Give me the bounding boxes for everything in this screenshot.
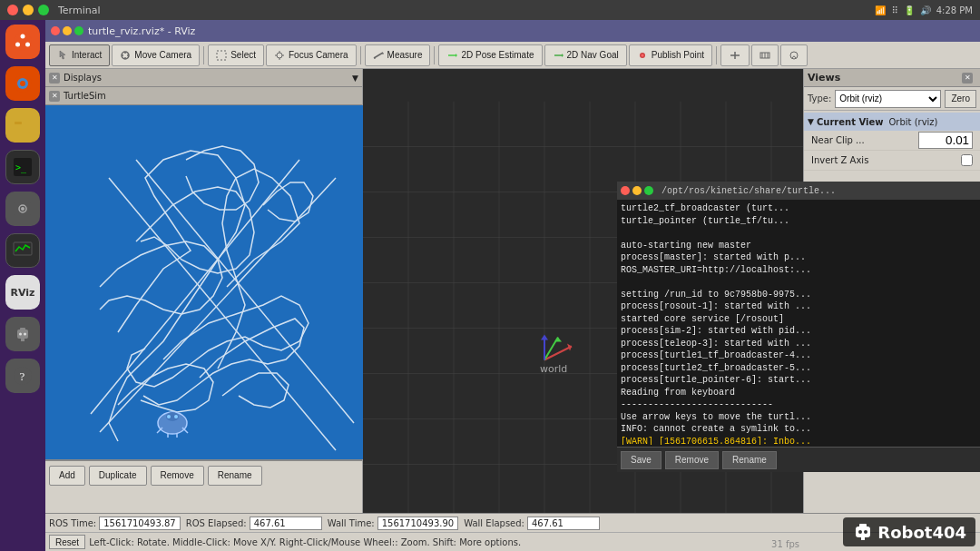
battery-icon: 🔋: [904, 5, 915, 15]
screenshot-icon[interactable]: [5, 192, 40, 226]
term-min[interactable]: [632, 186, 642, 195]
extra-btn-2[interactable]: [751, 44, 779, 66]
focus-camera-button[interactable]: Focus Camera: [266, 44, 357, 66]
svg-point-100: [864, 530, 867, 534]
rviz-title-bar: turtle_rviz.rviz* - RViz: [45, 20, 980, 42]
toolbar-separator-1: [203, 46, 204, 64]
duplicate-button[interactable]: Duplicate: [89, 466, 147, 486]
terminal-title-bar: /opt/ros/kinetic/share/turtle...: [617, 182, 980, 200]
minimize-button[interactable]: [23, 5, 34, 15]
views-close-btn[interactable]: ✕: [962, 73, 973, 84]
select-button[interactable]: Select: [208, 44, 264, 66]
svg-marker-90: [541, 335, 548, 340]
bottom-bar: ROS Time: 1561710493.87 ROS Elapsed: 467…: [45, 513, 980, 551]
measure-button[interactable]: Measure: [365, 44, 431, 66]
toolbar-separator-4: [716, 46, 717, 64]
volume-icon: 🔊: [920, 5, 931, 15]
svg-point-66: [167, 415, 171, 418]
term-line-17: Use arrow keys to move the turtl...: [621, 411, 976, 424]
invert-z-checkbox[interactable]: [961, 154, 973, 166]
displays-label: Displays: [64, 73, 102, 83]
term-save-button[interactable]: Save: [621, 451, 662, 469]
turtlesim-canvas: [45, 105, 363, 459]
svg-rect-16: [20, 328, 25, 331]
rviz-maximize[interactable]: [74, 26, 83, 35]
type-label: Type:: [808, 93, 831, 103]
system-tray: 📶 ⠿ 🔋 🔊 4:28 PM: [867, 0, 980, 20]
near-clip-input[interactable]: [918, 132, 973, 149]
views-header: Views ✕: [804, 69, 980, 87]
rename-button[interactable]: Rename: [208, 466, 262, 486]
nav-goal-button[interactable]: 2D Nav Goal: [544, 44, 627, 66]
extra-btn-1[interactable]: [720, 44, 750, 66]
left-panel: ✕ Displays ▼ ✕ TurtleSim: [45, 69, 363, 551]
reset-button[interactable]: Reset: [49, 535, 85, 549]
toolbar-separator-3: [434, 46, 435, 64]
svg-line-50: [109, 178, 336, 450]
turtlesim-close-btn[interactable]: ✕: [49, 91, 60, 102]
term-close[interactable]: [621, 186, 630, 195]
interact-button[interactable]: Interact: [49, 44, 110, 66]
svg-point-2: [25, 43, 30, 47]
pose-estimate-button[interactable]: 2D Pose Estimate: [438, 44, 542, 66]
svg-point-13: [21, 207, 24, 211]
hint-text: Left-Click: Rotate. Middle-Click: Move X…: [89, 537, 521, 547]
remove-button[interactable]: Remove: [151, 466, 204, 486]
watermark: Robot404: [843, 517, 975, 546]
rviz-icon[interactable]: RViz: [5, 275, 40, 310]
invert-z-label: Invert Z Axis: [811, 155, 957, 165]
svg-rect-8: [15, 122, 22, 124]
invert-z-row: Invert Z Axis: [804, 151, 980, 171]
term-line-18: INFO: cannot create a symlink to...: [621, 423, 976, 436]
type-select[interactable]: Orbit (rviz): [835, 90, 941, 108]
robot-watermark-icon: [852, 521, 874, 543]
help-icon[interactable]: ?: [5, 359, 40, 393]
status-row1: ROS Time: 1561710493.87 ROS Elapsed: 467…: [45, 514, 980, 533]
term-line-5: ROS_MASTER_URI=http://localhost:...: [621, 264, 976, 277]
robot-icon[interactable]: [5, 317, 40, 351]
move-camera-button[interactable]: Move Camera: [112, 44, 200, 66]
term-remove-button[interactable]: Remove: [665, 451, 719, 469]
add-button[interactable]: Add: [49, 466, 85, 486]
term-line-14: process[turtle_pointer-6]: start...: [621, 374, 976, 387]
displays-expand[interactable]: ▼: [352, 74, 358, 83]
svg-line-53: [91, 160, 299, 414]
wall-elapsed-field: Wall Elapsed: 467.61: [464, 517, 600, 530]
wall-time-value: 1561710493.90: [377, 517, 459, 530]
extra-btn-3[interactable]: [780, 44, 808, 66]
maximize-button[interactable]: [38, 5, 49, 15]
svg-line-51: [136, 160, 354, 423]
term-line-12: process[turtle1_tf_broadcaster-4...: [621, 349, 976, 362]
svg-line-52: [100, 178, 336, 432]
term-max[interactable]: [644, 186, 653, 195]
svg-point-3: [15, 43, 20, 47]
term-rename-button[interactable]: Rename: [722, 451, 777, 469]
browser-icon[interactable]: [5, 66, 40, 101]
term-line-1: turtle_pointer (turtle_tf/tu...: [621, 215, 976, 228]
ubuntu-launcher[interactable]: [5, 25, 40, 59]
rviz-minimize[interactable]: [63, 26, 72, 35]
current-view-section: ▼ Current View Orbit (rviz) Near Clip ..…: [804, 111, 980, 172]
files-icon[interactable]: [5, 108, 40, 143]
publish-point-button[interactable]: Publish Point: [629, 44, 712, 66]
term-line-8: process[rosout-1]: started with ...: [621, 300, 976, 313]
svg-text:?: ?: [20, 369, 25, 383]
terminal-icon[interactable]: >_: [5, 150, 40, 184]
ros-time-value: 1561710493.87: [99, 517, 181, 530]
term-line-0: turtle2_tf_broadcaster (turt...: [621, 202, 976, 215]
views-title: Views: [808, 72, 840, 84]
rviz-close[interactable]: [51, 26, 60, 35]
term-line-3: auto-starting new master: [621, 240, 976, 252]
svg-text:>_: >_: [15, 162, 27, 173]
wall-elapsed-label: Wall Elapsed:: [464, 518, 524, 528]
svg-point-49: [790, 52, 798, 59]
monitor-icon[interactable]: [5, 233, 40, 268]
term-line-10: process[sim-2]: started with pid...: [621, 325, 976, 338]
svg-rect-101: [861, 537, 863, 540]
term-line-16: ----------------------------: [621, 398, 976, 411]
displays-close-btn[interactable]: ✕: [49, 73, 60, 84]
window-controls: [7, 5, 49, 15]
close-button[interactable]: [7, 5, 18, 15]
zero-button[interactable]: Zero: [945, 90, 976, 108]
term-line-15: Reading from keyboard: [621, 387, 976, 399]
